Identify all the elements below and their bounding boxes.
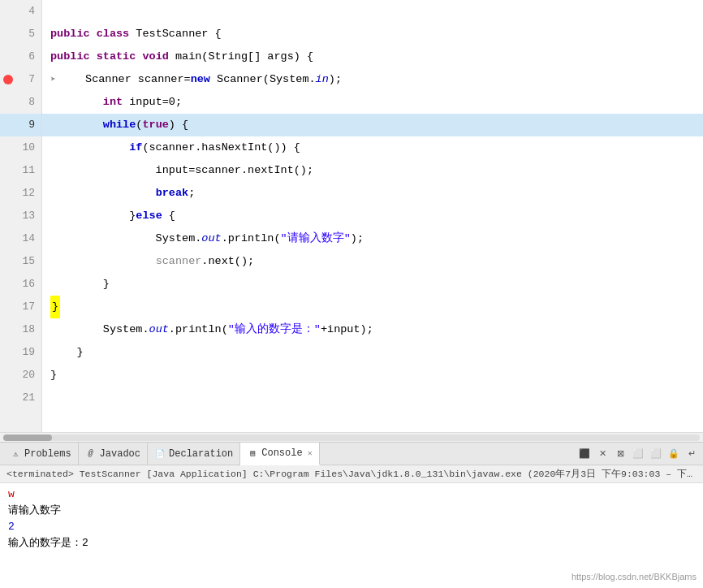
terminate-button[interactable]: ⬛ [576, 446, 593, 462]
code-line-4 [42, 0, 703, 23]
paste-button[interactable]: ⬜ [648, 446, 664, 462]
code-line-9: while(true) { [42, 114, 703, 136]
line-num-18: 18 [0, 318, 41, 341]
declaration-icon: 📄 [154, 448, 166, 460]
tab-console[interactable]: ▤ Console ✕ [240, 443, 319, 465]
code-line-6: public static void main(String[] args) { [42, 45, 703, 68]
console-close-icon[interactable]: ✕ [308, 448, 313, 458]
tab-javadoc[interactable]: @ Javadoc [79, 443, 148, 465]
tab-problems-label: Problems [24, 448, 71, 460]
scroll-thumb[interactable] [3, 435, 52, 441]
line-num-19: 19 [0, 341, 41, 364]
code-line-13: }else { [42, 205, 703, 227]
console-header: <terminated> TestScanner [Java Applicati… [0, 465, 703, 483]
tab-problems[interactable]: ⚠ Problems [3, 443, 79, 465]
horizontal-scrollbar[interactable] [0, 432, 703, 442]
code-line-21 [42, 387, 703, 409]
tabs-bar: ⚠ Problems @ Javadoc 📄 Declaration ▤ Con… [0, 443, 703, 465]
code-line-14: System.out.println("请输入数字"); [42, 227, 703, 250]
code-lines[interactable]: public class TestScanner { public static… [42, 0, 703, 432]
code-line-11: input=scanner.nextInt(); [42, 159, 703, 182]
console-toolbar: ⬛ ✕ ⊠ ⬜ ⬜ 🔒 ↵ [576, 446, 700, 462]
word-wrap-button[interactable]: ↵ [684, 446, 700, 462]
scroll-lock-button[interactable]: 🔒 [666, 446, 682, 462]
code-line-7: ➤ Scanner scanner=new Scanner(System.in)… [42, 68, 703, 91]
tab-javadoc-label: Javadoc [100, 448, 140, 460]
line-num-20: 20 [0, 364, 41, 387]
code-line-5: public class TestScanner { [42, 23, 703, 45]
line-numbers: 4 5 6 7 8 9 10 11 12 13 14 15 16 17 18 1… [0, 0, 42, 432]
javadoc-icon: @ [85, 448, 97, 460]
code-line-18: System.out.println("输入的数字是："+input); [42, 318, 703, 341]
code-line-10: if(scanner.hasNextInt()) { [42, 136, 703, 159]
scroll-track[interactable] [3, 435, 700, 441]
console-line-1: w [8, 486, 695, 503]
line-num-10: 10 [0, 136, 41, 159]
tab-declaration[interactable]: 📄 Declaration [148, 443, 240, 465]
console-line-2: 请输入数字 [8, 503, 695, 519]
line-num-6: 6 [0, 45, 41, 68]
line-num-11: 11 [0, 159, 41, 182]
console-icon: ▤ [247, 447, 258, 459]
console-line-4: 输入的数字是：2 [8, 535, 695, 551]
code-line-8: int input=0; [42, 91, 703, 114]
watermark: https://blog.csdn.net/BKKBjams [571, 572, 697, 582]
line-num-5: 5 [0, 23, 41, 45]
line-num-15: 15 [0, 250, 41, 273]
copy-button[interactable]: ⬜ [630, 446, 646, 462]
line-num-14: 14 [0, 227, 41, 250]
remove-button[interactable]: ✕ [594, 446, 610, 462]
line-num-13: 13 [0, 205, 41, 227]
console-header-text: <terminated> TestScanner [Java Applicati… [6, 469, 703, 479]
code-container: 4 5 6 7 8 9 10 11 12 13 14 15 16 17 18 1… [0, 0, 703, 432]
line-num-9: 9 [0, 114, 41, 136]
code-line-12: break; [42, 182, 703, 205]
line-num-7: 7 [0, 68, 41, 91]
line-num-4: 4 [0, 0, 41, 23]
line-num-17: 17 [0, 296, 41, 318]
line-num-8: 8 [0, 91, 41, 114]
code-line-17: } [42, 296, 703, 318]
code-line-15: scanner.next(); [42, 250, 703, 273]
code-line-19: } [42, 341, 703, 364]
console-line-3: 2 [8, 519, 695, 535]
line-num-16: 16 [0, 273, 41, 296]
code-line-20: } [42, 364, 703, 387]
code-line-16: } [42, 273, 703, 296]
tab-console-label: Console [261, 447, 302, 459]
bottom-panel: ⚠ Problems @ Javadoc 📄 Declaration ▤ Con… [0, 442, 703, 588]
editor-area: 4 5 6 7 8 9 10 11 12 13 14 15 16 17 18 1… [0, 0, 703, 442]
tab-declaration-label: Declaration [169, 448, 233, 460]
line-num-21: 21 [0, 387, 41, 409]
remove-all-button[interactable]: ⊠ [612, 446, 628, 462]
line-num-12: 12 [0, 182, 41, 205]
problems-icon: ⚠ [10, 448, 21, 460]
